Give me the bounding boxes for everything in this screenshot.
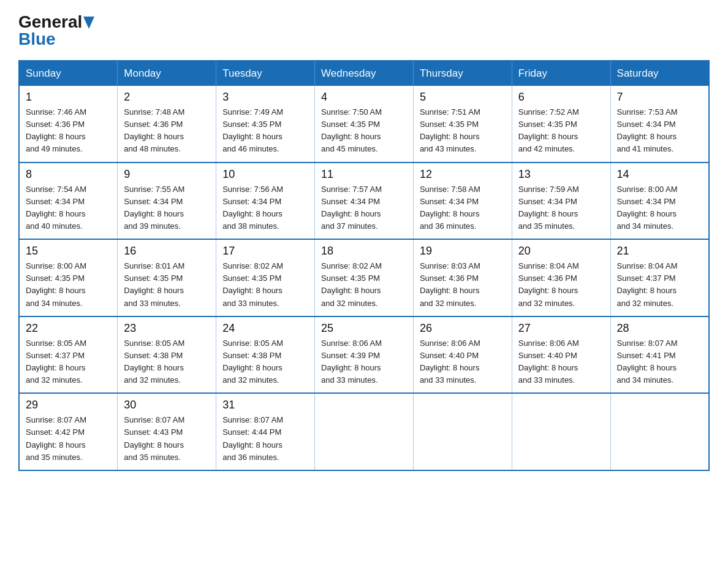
week-row-2: 8Sunrise: 7:54 AMSunset: 4:34 PMDaylight… — [19, 163, 709, 240]
day-number: 2 — [124, 91, 210, 104]
day-number: 21 — [617, 245, 702, 258]
calendar-cell: 4Sunrise: 7:50 AMSunset: 4:35 PMDaylight… — [315, 86, 414, 163]
day-info: Sunrise: 8:00 AMSunset: 4:35 PMDaylight:… — [26, 260, 111, 310]
day-info: Sunrise: 8:02 AMSunset: 4:35 PMDaylight:… — [222, 260, 308, 310]
day-info: Sunrise: 8:07 AMSunset: 4:43 PMDaylight:… — [124, 414, 210, 464]
day-number: 20 — [518, 245, 604, 258]
day-info: Sunrise: 7:57 AMSunset: 4:34 PMDaylight:… — [321, 183, 407, 233]
day-info: Sunrise: 8:07 AMSunset: 4:44 PMDaylight:… — [222, 414, 308, 464]
page-header: General Blue — [18, 12, 710, 49]
day-info: Sunrise: 7:48 AMSunset: 4:36 PMDaylight:… — [124, 106, 210, 156]
day-info: Sunrise: 8:06 AMSunset: 4:39 PMDaylight:… — [321, 337, 407, 387]
calendar-cell — [512, 393, 610, 470]
calendar-cell: 29Sunrise: 8:07 AMSunset: 4:42 PMDayligh… — [19, 393, 118, 470]
logo-blue-text: Blue — [18, 29, 56, 49]
day-info: Sunrise: 8:00 AMSunset: 4:34 PMDaylight:… — [617, 183, 702, 233]
day-number: 3 — [222, 91, 308, 104]
day-number: 16 — [124, 245, 210, 258]
day-number: 6 — [518, 91, 604, 104]
day-info: Sunrise: 7:49 AMSunset: 4:35 PMDaylight:… — [222, 106, 308, 156]
calendar-cell: 31Sunrise: 8:07 AMSunset: 4:44 PMDayligh… — [216, 393, 315, 470]
day-number: 31 — [222, 399, 308, 412]
calendar-cell: 6Sunrise: 7:52 AMSunset: 4:35 PMDaylight… — [512, 86, 610, 163]
calendar-cell: 24Sunrise: 8:05 AMSunset: 4:38 PMDayligh… — [216, 316, 315, 394]
day-info: Sunrise: 8:06 AMSunset: 4:40 PMDaylight:… — [518, 337, 604, 387]
calendar-cell: 3Sunrise: 7:49 AMSunset: 4:35 PMDaylight… — [216, 86, 315, 163]
calendar-cell: 18Sunrise: 8:02 AMSunset: 4:35 PMDayligh… — [315, 239, 414, 316]
calendar-cell: 15Sunrise: 8:00 AMSunset: 4:35 PMDayligh… — [19, 239, 118, 316]
day-number: 26 — [420, 322, 506, 335]
week-row-4: 22Sunrise: 8:05 AMSunset: 4:37 PMDayligh… — [19, 316, 709, 394]
day-header-monday: Monday — [118, 61, 216, 86]
calendar-cell: 19Sunrise: 8:03 AMSunset: 4:36 PMDayligh… — [413, 239, 512, 316]
calendar-cell: 16Sunrise: 8:01 AMSunset: 4:35 PMDayligh… — [118, 239, 216, 316]
calendar-cell — [315, 393, 414, 470]
calendar-cell: 7Sunrise: 7:53 AMSunset: 4:34 PMDaylight… — [610, 86, 709, 163]
day-info: Sunrise: 7:50 AMSunset: 4:35 PMDaylight:… — [321, 106, 407, 156]
calendar-cell: 26Sunrise: 8:06 AMSunset: 4:40 PMDayligh… — [413, 316, 512, 394]
svg-marker-0 — [83, 17, 94, 29]
day-number: 13 — [518, 168, 604, 181]
day-info: Sunrise: 7:51 AMSunset: 4:35 PMDaylight:… — [420, 106, 506, 156]
day-info: Sunrise: 7:52 AMSunset: 4:35 PMDaylight:… — [518, 106, 604, 156]
calendar-cell: 8Sunrise: 7:54 AMSunset: 4:34 PMDaylight… — [19, 163, 118, 240]
calendar-cell — [610, 393, 709, 470]
day-number: 22 — [26, 322, 111, 335]
calendar-cell: 23Sunrise: 8:05 AMSunset: 4:38 PMDayligh… — [118, 316, 216, 394]
day-info: Sunrise: 8:01 AMSunset: 4:35 PMDaylight:… — [124, 260, 210, 310]
day-number: 24 — [222, 322, 308, 335]
calendar-cell: 2Sunrise: 7:48 AMSunset: 4:36 PMDaylight… — [118, 86, 216, 163]
logo: General Blue — [18, 12, 94, 49]
day-number: 1 — [26, 91, 111, 104]
day-info: Sunrise: 7:56 AMSunset: 4:34 PMDaylight:… — [222, 183, 308, 233]
day-number: 19 — [420, 245, 506, 258]
calendar-cell: 1Sunrise: 7:46 AMSunset: 4:36 PMDaylight… — [19, 86, 118, 163]
calendar-cell: 17Sunrise: 8:02 AMSunset: 4:35 PMDayligh… — [216, 239, 315, 316]
day-header-sunday: Sunday — [19, 61, 118, 86]
calendar-cell: 5Sunrise: 7:51 AMSunset: 4:35 PMDaylight… — [413, 86, 512, 163]
day-number: 27 — [518, 322, 604, 335]
day-number: 23 — [124, 322, 210, 335]
day-info: Sunrise: 7:46 AMSunset: 4:36 PMDaylight:… — [26, 106, 111, 156]
calendar-cell: 21Sunrise: 8:04 AMSunset: 4:37 PMDayligh… — [610, 239, 709, 316]
day-number: 15 — [26, 245, 111, 258]
day-number: 8 — [26, 168, 111, 181]
calendar-cell: 28Sunrise: 8:07 AMSunset: 4:41 PMDayligh… — [610, 316, 709, 394]
calendar-cell: 22Sunrise: 8:05 AMSunset: 4:37 PMDayligh… — [19, 316, 118, 394]
day-number: 10 — [222, 168, 308, 181]
day-info: Sunrise: 8:05 AMSunset: 4:38 PMDaylight:… — [124, 337, 210, 387]
day-header-wednesday: Wednesday — [315, 61, 414, 86]
day-number: 30 — [124, 399, 210, 412]
day-number: 14 — [617, 168, 702, 181]
day-info: Sunrise: 8:05 AMSunset: 4:38 PMDaylight:… — [222, 337, 308, 387]
calendar-table: SundayMondayTuesdayWednesdayThursdayFrid… — [18, 60, 710, 471]
calendar-cell: 30Sunrise: 8:07 AMSunset: 4:43 PMDayligh… — [118, 393, 216, 470]
day-info: Sunrise: 8:07 AMSunset: 4:42 PMDaylight:… — [26, 414, 111, 464]
day-number: 12 — [420, 168, 506, 181]
day-info: Sunrise: 8:04 AMSunset: 4:36 PMDaylight:… — [518, 260, 604, 310]
day-info: Sunrise: 8:02 AMSunset: 4:35 PMDaylight:… — [321, 260, 407, 310]
day-number: 5 — [420, 91, 506, 104]
day-number: 18 — [321, 245, 407, 258]
day-header-saturday: Saturday — [610, 61, 709, 86]
day-number: 4 — [321, 91, 407, 104]
calendar-cell: 11Sunrise: 7:57 AMSunset: 4:34 PMDayligh… — [315, 163, 414, 240]
calendar-cell: 10Sunrise: 7:56 AMSunset: 4:34 PMDayligh… — [216, 163, 315, 240]
week-row-1: 1Sunrise: 7:46 AMSunset: 4:36 PMDaylight… — [19, 86, 709, 163]
day-number: 29 — [26, 399, 111, 412]
calendar-cell: 20Sunrise: 8:04 AMSunset: 4:36 PMDayligh… — [512, 239, 610, 316]
calendar-cell: 25Sunrise: 8:06 AMSunset: 4:39 PMDayligh… — [315, 316, 414, 394]
day-number: 11 — [321, 168, 407, 181]
day-header-thursday: Thursday — [413, 61, 512, 86]
day-info: Sunrise: 7:53 AMSunset: 4:34 PMDaylight:… — [617, 106, 702, 156]
calendar-cell — [413, 393, 512, 470]
calendar-cell: 13Sunrise: 7:59 AMSunset: 4:34 PMDayligh… — [512, 163, 610, 240]
day-info: Sunrise: 7:59 AMSunset: 4:34 PMDaylight:… — [518, 183, 604, 233]
day-number: 25 — [321, 322, 407, 335]
day-number: 7 — [617, 91, 702, 104]
day-header-tuesday: Tuesday — [216, 61, 315, 86]
week-row-5: 29Sunrise: 8:07 AMSunset: 4:42 PMDayligh… — [19, 393, 709, 470]
day-header-friday: Friday — [512, 61, 610, 86]
day-info: Sunrise: 8:04 AMSunset: 4:37 PMDaylight:… — [617, 260, 702, 310]
calendar-cell: 9Sunrise: 7:55 AMSunset: 4:34 PMDaylight… — [118, 163, 216, 240]
